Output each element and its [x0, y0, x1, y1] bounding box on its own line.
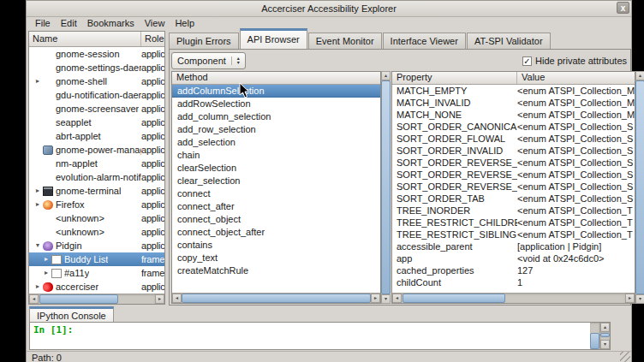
scrollbar-thumb[interactable]	[635, 80, 644, 294]
property-column-header[interactable]: Property	[392, 72, 517, 84]
scrollbar-thumb[interactable]	[182, 294, 371, 303]
property-row[interactable]: TREE_INORDER<enum ATSPI_Collection_T	[392, 205, 635, 217]
tree-row[interactable]: gnome-sessionapplic	[29, 47, 164, 61]
property-row[interactable]: SORT_ORDER_REVERSE_CANONICAL<enum ATSPI_…	[392, 157, 635, 169]
scroll-down-icon[interactable]: ▾	[635, 294, 644, 304]
tree-row[interactable]: ▸gnome-terminalapplic	[29, 184, 164, 198]
resize-grip-icon[interactable]	[620, 352, 630, 362]
method-item[interactable]: connect_object_after	[172, 226, 380, 239]
property-row[interactable]: SORT_ORDER_TAB<enum ATSPI_Collection_S	[392, 193, 635, 205]
console-input[interactable]: In [1]:	[30, 323, 590, 349]
tree-row[interactable]: gnome-screensaverapplic	[29, 102, 164, 116]
tab-at-spi-validator[interactable]: AT-SPI Validator	[467, 33, 551, 49]
tab-api-browser[interactable]: API Browser	[240, 28, 307, 49]
expander-collapsed-icon[interactable]: ▸	[41, 252, 51, 266]
tree-row[interactable]: abrt-appletapplic	[29, 129, 164, 143]
tree-row[interactable]: gnome-settings-daemonapplic	[29, 61, 164, 74]
scroll-left-icon[interactable]: ◂	[392, 294, 402, 303]
menu-bookmarks[interactable]: Bookmarks	[82, 17, 140, 30]
property-row[interactable]: TREE_RESTRICT_CHILDREN<enum ATSPI_Collec…	[392, 217, 635, 228]
tree-row[interactable]: ▸#a11yframe	[29, 266, 164, 280]
scrollbar-thumb[interactable]	[600, 333, 610, 337]
tree-row[interactable]: ▸Firefoxapplic	[29, 198, 164, 211]
property-row[interactable]: MATCH_EMPTY<enum ATSPI_Collection_M	[392, 85, 635, 97]
tree-row[interactable]: ▸gnome-shellapplic	[29, 74, 164, 88]
property-row[interactable]: SORT_ORDER_REVERSE_FLOW<enum ATSPI_Colle…	[392, 169, 635, 181]
method-vertical-scrollbar[interactable]: ▴ ▾	[381, 71, 391, 304]
expander-collapsed-icon[interactable]: ▸	[33, 280, 43, 294]
console-outer-scrollbar[interactable]: ▴ ▾	[599, 323, 610, 349]
property-row[interactable]: TREE_RESTRICT_SIBLING<enum ATSPI_Collect…	[392, 228, 635, 240]
scroll-up-icon[interactable]: ▴	[635, 71, 644, 80]
tree-row[interactable]: <unknown>applic	[29, 211, 164, 225]
method-item[interactable]: contains	[172, 239, 380, 252]
property-row[interactable]: app<void at 0x24c6dc0>	[392, 252, 635, 264]
tree-row[interactable]: evolution-alarm-notifyapplic	[29, 170, 164, 184]
scrollbar-track[interactable]	[182, 294, 371, 303]
scrollbar-thumb[interactable]	[590, 333, 599, 349]
method-item[interactable]: add_column_selection	[172, 110, 380, 123]
property-vertical-scrollbar[interactable]: ▴ ▾	[635, 71, 644, 304]
method-item[interactable]: addRowSelection	[172, 98, 380, 110]
scroll-left-icon[interactable]: ◂	[29, 294, 39, 304]
property-row[interactable]: accessible_parent[application | Pidgin]	[392, 240, 635, 252]
scroll-up-icon[interactable]: ▴	[381, 71, 391, 80]
interface-combobox[interactable]: Component ▴▾	[171, 52, 246, 69]
method-item[interactable]: copy_text	[172, 252, 380, 264]
scrollbar-thumb[interactable]	[402, 294, 505, 303]
scrollbar-track[interactable]	[635, 80, 644, 294]
property-row[interactable]: SORT_ORDER_REVERSE_TAB<enum ATSPI_Collec…	[392, 181, 635, 193]
property-row[interactable]: MATCH_NONE<enum ATSPI_Collection_M	[392, 109, 635, 121]
method-item[interactable]: connect_object	[172, 213, 380, 226]
expander-collapsed-icon[interactable]: ▸	[41, 266, 51, 280]
role-column-header[interactable]: Role	[141, 32, 164, 46]
tab-ipython-console[interactable]: IPython Console	[29, 306, 114, 322]
console-inner-scrollbar[interactable]	[590, 323, 599, 349]
tree-row[interactable]: ▾Pidginapplic	[29, 239, 164, 252]
value-column-header[interactable]: Value	[517, 72, 635, 84]
scroll-down-icon[interactable]: ▾	[600, 340, 610, 349]
checkbox-checked-icon[interactable]: ✓	[522, 56, 532, 66]
method-item[interactable]: createMatchRule	[172, 264, 380, 277]
tree-row[interactable]: <unknown>applic	[29, 225, 164, 239]
titlebar[interactable]: Accerciser Accessibility Explorer x	[27, 1, 631, 17]
tree-row[interactable]: ▸Buddy Listframe	[29, 252, 164, 266]
scroll-down-icon[interactable]: ▾	[381, 294, 391, 304]
scrollbar-track[interactable]	[381, 80, 391, 294]
method-item[interactable]: add_row_selection	[172, 123, 380, 136]
hide-private-attributes[interactable]: ✓ Hide private attributes	[522, 56, 629, 66]
scroll-right-icon[interactable]: ▸	[155, 294, 164, 304]
property-row[interactable]: MATCH_INVALID<enum ATSPI_Collection_M	[392, 97, 635, 109]
scrollbar-track[interactable]	[402, 294, 625, 303]
expander-collapsed-icon[interactable]: ▸	[33, 184, 43, 198]
scrollbar-track[interactable]	[39, 294, 155, 304]
expander-expanded-icon[interactable]: ▾	[33, 239, 43, 252]
method-horizontal-scrollbar[interactable]: ◂ ▸	[172, 293, 380, 303]
scrollbar-track[interactable]	[600, 332, 610, 340]
method-item[interactable]: chain	[172, 149, 380, 162]
method-item[interactable]: add_selection	[172, 136, 380, 149]
scrollbar-track[interactable]	[590, 323, 599, 349]
tree-horizontal-scrollbar[interactable]: ◂ ▸	[29, 294, 164, 304]
method-item[interactable]: clearSelection	[172, 162, 380, 175]
menu-edit[interactable]: Edit	[56, 17, 82, 30]
property-row[interactable]: cached_properties127	[392, 264, 635, 276]
menu-view[interactable]: View	[140, 17, 170, 30]
scroll-right-icon[interactable]: ▸	[625, 294, 635, 303]
expander-collapsed-icon[interactable]: ▸	[33, 74, 43, 88]
tab-event-monitor[interactable]: Event Monitor	[308, 33, 382, 49]
method-item[interactable]: addColumnSelection	[172, 85, 380, 98]
scroll-up-icon[interactable]: ▴	[600, 323, 610, 332]
tree-row[interactable]: gnome-power-managerapplic	[29, 143, 164, 157]
tree-row[interactable]: nm-appletapplic	[29, 157, 164, 170]
method-item[interactable]: connect	[172, 187, 380, 200]
property-row[interactable]: SORT_ORDER_INVALID<enum ATSPI_Collection…	[392, 145, 635, 157]
property-horizontal-scrollbar[interactable]: ◂ ▸	[392, 293, 635, 303]
tab-plugin-errors[interactable]: Plugin Errors	[169, 33, 239, 49]
close-icon[interactable]: x	[617, 2, 629, 14]
tab-interface-viewer[interactable]: Interface Viewer	[383, 33, 466, 49]
tree-row[interactable]: ▸accerciserapplic	[29, 280, 164, 294]
property-row[interactable]: SORT_ORDER_FLOWAL<enum ATSPI_Collection_…	[392, 133, 635, 145]
name-column-header[interactable]: Name	[29, 32, 141, 46]
property-row[interactable]: childCount1	[392, 276, 635, 288]
